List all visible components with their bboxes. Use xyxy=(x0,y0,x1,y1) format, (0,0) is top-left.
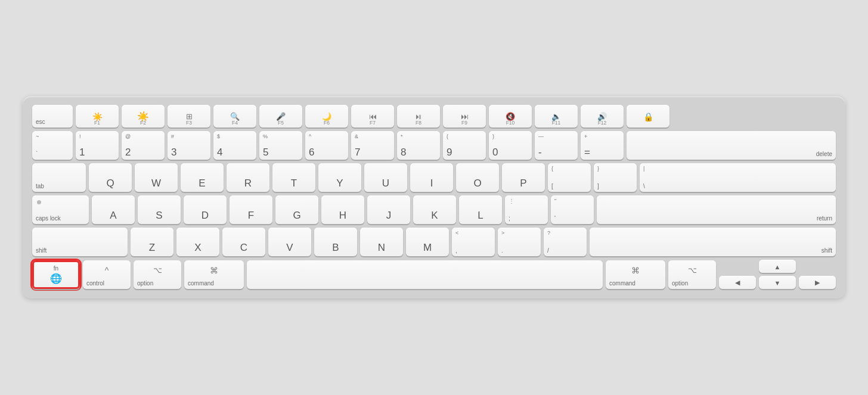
key-backslash[interactable]: | \ xyxy=(640,163,836,192)
key-tilde[interactable]: ~ ` xyxy=(32,131,73,160)
key-rbracket[interactable]: } ] xyxy=(594,163,637,192)
key-f11[interactable]: 🔈 F11 xyxy=(535,105,578,127)
bottom-row: fn 🌐 ^ control ⌥ option ⌘ command ⌘ comm… xyxy=(32,260,836,289)
key-option-right[interactable]: ⌥ option xyxy=(668,260,716,289)
key-r[interactable]: R xyxy=(227,163,269,192)
key-4[interactable]: $ 4 xyxy=(213,131,256,160)
key-c[interactable]: C xyxy=(222,228,265,256)
key-option-left[interactable]: ⌥ option xyxy=(134,260,181,289)
key-arrow-down[interactable]: ▼ xyxy=(759,276,796,289)
key-f3[interactable]: ⊞ F3 xyxy=(168,105,210,127)
key-7[interactable]: & 7 xyxy=(351,131,394,160)
key-minus[interactable]: — - xyxy=(535,131,578,160)
key-k[interactable]: K xyxy=(413,195,456,224)
key-f8[interactable]: ⏯ F8 xyxy=(397,105,440,127)
key-quote[interactable]: " ' xyxy=(551,195,594,224)
key-6[interactable]: ^ 6 xyxy=(305,131,348,160)
key-arrow-right[interactable]: ▶ xyxy=(799,276,836,289)
key-f7[interactable]: ⏮ F7 xyxy=(351,105,394,127)
key-tab[interactable]: tab xyxy=(32,163,86,192)
key-b[interactable]: B xyxy=(314,228,357,256)
number-row: ~ ` ! 1 @ 2 # 3 $ 4 % 5 ^ 6 & 7 xyxy=(32,131,836,160)
key-t[interactable]: T xyxy=(272,163,315,192)
key-space[interactable] xyxy=(247,260,603,289)
key-command-left[interactable]: ⌘ command xyxy=(184,260,244,289)
key-f6[interactable]: 🌙 F6 xyxy=(305,105,348,127)
key-f5[interactable]: 🎤 F5 xyxy=(259,105,302,127)
key-d[interactable]: D xyxy=(184,195,227,224)
key-z[interactable]: Z xyxy=(131,228,173,256)
key-semicolon[interactable]: ⋮ ; xyxy=(505,195,548,224)
key-equals[interactable]: + = xyxy=(581,131,624,160)
key-s[interactable]: S xyxy=(138,195,181,224)
keyboard: esc ☀️ F1 ☀️ F2 ⊞ F3 🔍 F4 🎤 F5 🌙 F6 ⏮ xyxy=(23,97,845,298)
key-return[interactable]: return xyxy=(597,195,836,224)
key-h[interactable]: H xyxy=(321,195,364,224)
key-a[interactable]: A xyxy=(92,195,135,224)
key-x[interactable]: X xyxy=(176,228,219,256)
key-slash[interactable]: ? / xyxy=(544,228,587,256)
key-shift-left[interactable]: shift xyxy=(32,228,128,256)
key-delete[interactable]: delete xyxy=(627,131,836,160)
key-0[interactable]: ) 0 xyxy=(489,131,532,160)
asdf-row: caps lock A S D F G H J K L ⋮ ; xyxy=(32,195,836,224)
key-comma[interactable]: < , xyxy=(452,228,495,256)
key-o[interactable]: O xyxy=(456,163,499,192)
key-i[interactable]: I xyxy=(410,163,453,192)
key-2[interactable]: @ 2 xyxy=(122,131,165,160)
key-f12[interactable]: 🔊 F12 xyxy=(581,105,624,127)
key-f2[interactable]: ☀️ F2 xyxy=(122,105,165,127)
key-arrow-up[interactable]: ▲ xyxy=(759,260,796,273)
key-e[interactable]: E xyxy=(181,163,224,192)
key-capslock[interactable]: caps lock xyxy=(32,195,89,224)
key-command-right[interactable]: ⌘ command xyxy=(606,260,665,289)
key-f[interactable]: F xyxy=(230,195,272,224)
key-arrow-left[interactable]: ◀ xyxy=(719,276,756,289)
key-m[interactable]: M xyxy=(406,228,449,256)
key-f1[interactable]: ☀️ F1 xyxy=(76,105,119,127)
key-esc[interactable]: esc xyxy=(32,105,73,127)
key-3[interactable]: # 3 xyxy=(168,131,210,160)
arrow-cluster: ▲ ◀ ▼ ▶ xyxy=(719,260,836,289)
key-1[interactable]: ! 1 xyxy=(76,131,119,160)
key-lock[interactable]: 🔒 xyxy=(627,105,669,127)
key-f4[interactable]: 🔍 F4 xyxy=(213,105,256,127)
key-l[interactable]: L xyxy=(459,195,502,224)
zxcv-row: shift Z X C V B N M < , > . xyxy=(32,228,836,256)
key-q[interactable]: Q xyxy=(89,163,132,192)
key-shift-right[interactable]: shift xyxy=(590,228,836,256)
key-v[interactable]: V xyxy=(268,228,311,256)
key-f10[interactable]: 🔇 F10 xyxy=(489,105,532,127)
qwerty-row: tab Q W E R T Y U I O P xyxy=(32,163,836,192)
function-row: esc ☀️ F1 ☀️ F2 ⊞ F3 🔍 F4 🎤 F5 🌙 F6 ⏮ xyxy=(32,105,836,127)
key-9[interactable]: ( 9 xyxy=(443,131,486,160)
key-fn-globe[interactable]: fn 🌐 xyxy=(32,260,80,289)
key-w[interactable]: W xyxy=(135,163,178,192)
key-p[interactable]: P xyxy=(502,163,545,192)
key-f9[interactable]: ⏭ F9 xyxy=(443,105,486,127)
key-5[interactable]: % 5 xyxy=(259,131,302,160)
key-y[interactable]: Y xyxy=(318,163,361,192)
key-period[interactable]: > . xyxy=(498,228,541,256)
key-g[interactable]: G xyxy=(275,195,318,224)
key-8[interactable]: * 8 xyxy=(397,131,440,160)
key-u[interactable]: U xyxy=(364,163,407,192)
key-n[interactable]: N xyxy=(360,228,403,256)
key-lbracket[interactable]: { [ xyxy=(548,163,591,192)
key-j[interactable]: J xyxy=(367,195,410,224)
key-control[interactable]: ^ control xyxy=(83,260,131,289)
